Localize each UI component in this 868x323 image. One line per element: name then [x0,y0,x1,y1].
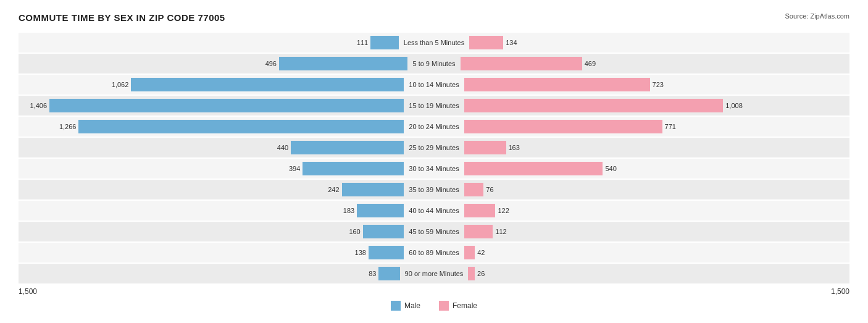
female-bar [468,267,475,280]
rows-container: 111Less than 5 Minutes1344965 to 9 Minut… [19,33,849,283]
right-half: 1,008 [463,96,849,115]
chart-row: 8390 or more Minutes26 [19,264,849,283]
category-label: 30 to 34 Minutes [405,159,462,178]
left-half: 394 [19,159,405,178]
female-value: 1,008 [725,102,743,109]
category-label: 5 to 9 Minutes [409,54,459,73]
chart-row: 1,40615 to 19 Minutes1,008 [19,96,849,115]
legend-male-label: Male [404,301,420,310]
left-half: 160 [19,222,405,241]
legend-female: Female [439,301,477,311]
female-value: 122 [498,207,509,214]
male-value: 496 [257,60,277,67]
chart-row: 13860 to 89 Minutes42 [19,243,849,262]
female-value: 76 [486,186,493,193]
chart-row: 4965 to 9 Minutes469 [19,54,849,73]
female-value: 723 [653,81,664,88]
male-value: 83 [356,270,376,277]
left-half: 138 [19,243,405,262]
legend-male-box [391,301,401,311]
male-bar [369,246,404,259]
right-half: 122 [463,201,849,220]
left-half: 496 [19,54,409,73]
female-bar [469,36,503,49]
right-half: 76 [463,180,849,199]
category-label: 20 to 24 Minutes [405,117,462,136]
chart-row: 111Less than 5 Minutes134 [19,33,849,52]
axis-right: 1,500 [831,287,849,296]
female-value: 771 [665,123,676,130]
female-bar [464,246,475,259]
female-bar [464,183,484,196]
male-value: 1,266 [56,123,76,130]
male-value: 111 [348,39,368,46]
female-bar [464,204,496,217]
category-label: 10 to 14 Minutes [405,75,462,94]
category-label: 35 to 39 Minutes [405,180,462,199]
legend-male: Male [391,301,420,311]
male-bar [279,57,407,70]
left-half: 1,062 [19,75,405,94]
category-label: 25 to 29 Minutes [405,138,462,157]
chart-row: 1,06210 to 14 Minutes723 [19,75,849,94]
left-half: 1,266 [19,117,405,136]
axis-labels: 1,500 1,500 [19,287,849,296]
female-value: 163 [509,144,520,151]
right-half: 112 [463,222,849,241]
right-half: 540 [463,159,849,178]
right-half: 26 [467,264,849,283]
female-bar [464,162,603,175]
male-value: 1,406 [27,102,47,109]
male-value: 138 [346,249,366,256]
male-bar [291,141,404,154]
female-value: 26 [477,270,485,277]
legend-female-box [439,301,449,311]
category-label: 90 or more Minutes [401,264,467,283]
female-value: 134 [506,39,517,46]
chart-title: COMMUTE TIME BY SEX IN ZIP CODE 77005 [19,12,225,23]
left-half: 111 [19,33,400,52]
left-half: 440 [19,138,405,157]
male-value: 160 [341,228,361,235]
right-half: 42 [463,243,849,262]
category-label: 60 to 89 Minutes [405,243,462,262]
right-half: 723 [463,75,849,94]
category-label: 40 to 44 Minutes [405,201,462,220]
male-bar [370,36,399,49]
female-bar [461,57,582,70]
female-bar [464,99,724,112]
chart-row: 16045 to 59 Minutes112 [19,222,849,241]
male-value: 183 [335,207,354,214]
male-bar [363,225,404,238]
male-bar [342,183,404,196]
chart-row: 39430 to 34 Minutes540 [19,159,849,178]
male-bar [303,162,404,175]
male-value: 242 [320,186,340,193]
chart-container: COMMUTE TIME BY SEX IN ZIP CODE 77005 So… [19,12,849,311]
category-label: 45 to 59 Minutes [405,222,462,241]
left-half: 83 [19,264,401,283]
right-half: 163 [463,138,849,157]
male-bar [357,204,404,217]
female-value: 112 [495,228,506,235]
male-value: 394 [280,165,300,172]
left-half: 183 [19,201,405,220]
axis-left: 1,500 [19,287,37,296]
right-half: 469 [459,54,849,73]
chart-row: 24235 to 39 Minutes76 [19,180,849,199]
chart-row: 1,26620 to 24 Minutes771 [19,117,849,136]
female-value: 469 [585,60,596,67]
category-label: 15 to 19 Minutes [405,96,462,115]
chart-row: 18340 to 44 Minutes122 [19,201,849,220]
female-bar [464,78,650,91]
male-bar [49,99,404,112]
female-bar [464,120,662,133]
male-bar [78,120,404,133]
male-value: 440 [269,144,288,151]
female-bar [464,225,493,238]
male-bar [131,78,404,91]
right-half: 771 [463,117,849,136]
right-half: 134 [468,33,849,52]
left-half: 242 [19,180,405,199]
male-bar [378,267,399,280]
